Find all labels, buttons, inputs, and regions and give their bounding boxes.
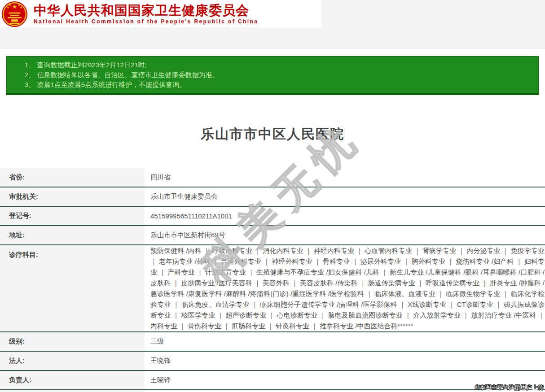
table-row-level: 级别: 三级 — [0, 332, 545, 351]
row-value: 乐山市卫生健康委员会 — [145, 187, 545, 206]
row-label: 级别: — [0, 332, 145, 351]
notice-line: 2、 信息数据结果以各省、自治区、直辖市卫生健康委数据为准。 — [25, 70, 534, 80]
row-label: 地址: — [0, 226, 145, 245]
row-label: 负责人: — [0, 370, 145, 390]
table-row-approval-authority: 审批机关: 乐山市卫生健康委员会 — [0, 187, 545, 206]
table-row-medical-subjects: 诊疗科目: 预防保健科 /内科 ｜ 呼吸内科专业 ｜ 消化内科专业 ｜ 神经内科… — [0, 245, 545, 332]
table-row-person-in-charge: 负责人: 王晓锋 — [0, 370, 545, 390]
row-value: 四川省 — [145, 168, 545, 187]
row-label: 省份: — [0, 168, 145, 187]
row-value: 王晓锋 — [145, 351, 545, 370]
table-row-license-validity: 执业许可证有效期: 2022/6/14 -至- 2025/12/31 — [0, 390, 545, 392]
table-row-address: 地址: 乐山市市中区新村街69号 — [0, 226, 545, 245]
row-value: 三级 — [145, 332, 545, 351]
table-row-registration-number: 登记号: 45159995651110211A1001 — [0, 206, 545, 226]
row-value: 预防保健科 /内科 ｜ 呼吸内科专业 ｜ 消化内科专业 ｜ 神经内科专业 ｜ 心… — [145, 245, 545, 332]
notice-box: 1、 查询数据截止到2023年2月12日21时; 2、 信息数据结果以各省、自治… — [6, 56, 539, 95]
row-label: 执业许可证有效期: — [0, 390, 145, 392]
row-value: 45159995651110211A1001 — [145, 206, 545, 226]
national-emblem-icon — [1, 1, 28, 27]
site-title-english: National Health Commission of the People… — [34, 18, 258, 25]
corner-credit-watermark: ©本图由平台注册用户上传 — [475, 383, 544, 392]
table-row-province: 省份: 四川省 — [0, 168, 545, 187]
header-titles: 中华人民共和国国家卫生健康委员会 National Health Commiss… — [34, 3, 258, 25]
hospital-name-title: 乐山市市中区人民医院 — [0, 104, 545, 159]
table-row-legal-person: 法人: 王晓锋 — [0, 351, 545, 370]
row-label: 登记号: — [0, 206, 145, 226]
row-label: 审批机关: — [0, 187, 145, 206]
site-header: 中华人民共和国国家卫生健康委员会 National Health Commiss… — [0, 0, 321, 27]
hospital-info-table: 省份: 四川省 审批机关: 乐山市卫生健康委员会 登记号: 4515999565… — [0, 168, 545, 392]
row-value: 乐山市市中区新村街69号 — [145, 226, 545, 245]
top-band: 中华人民共和国国家卫生健康委员会 National Health Commiss… — [0, 0, 545, 48]
row-label: 法人: — [0, 351, 145, 370]
row-label: 诊疗科目: — [0, 245, 145, 332]
notice-line: 1、 查询数据截止到2023年2月12日21时; — [25, 60, 534, 70]
notice-line: 3、 凌晨1点至凌晨5点系统进行维护，不能提供查询。 — [25, 80, 534, 90]
site-title-chinese: 中华人民共和国国家卫生健康委员会 — [34, 3, 258, 17]
